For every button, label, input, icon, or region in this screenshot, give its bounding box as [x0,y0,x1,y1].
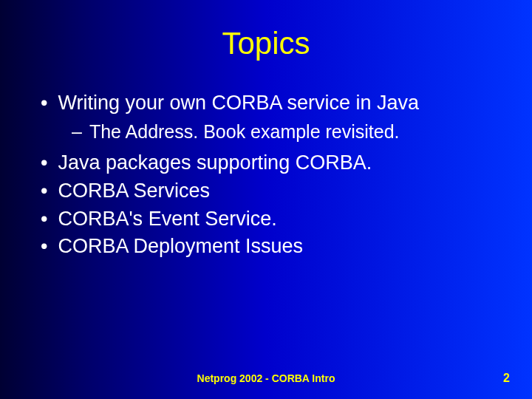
bullet-text: CORBA Deployment Issues [58,234,502,259]
content-area: • Writing your own CORBA service in Java… [0,91,532,259]
sub-bullet-item: – The Address. Book example revisited. [41,120,502,143]
footer-center-text: Netprog 2002 - CORBA Intro [197,372,335,384]
sub-bullet-marker: – [72,120,82,143]
bullet-marker: • [41,207,47,232]
bullet-item: • Java packages supporting CORBA. [41,151,502,176]
bullet-marker: • [41,151,47,176]
bullet-marker: • [41,91,47,116]
sub-bullet-text: The Address. Book example revisited. [89,120,400,143]
bullet-text: Java packages supporting CORBA. [58,151,502,176]
bullet-item: • CORBA's Event Service. [41,207,502,232]
bullet-text: CORBA Services [58,179,502,204]
footer: Netprog 2002 - CORBA Intro 2 [0,372,532,384]
bullet-text: CORBA's Event Service. [58,207,502,232]
bullet-text: Writing your own CORBA service in Java [58,91,502,116]
slide-title: Topics [0,0,532,91]
bullet-item: • CORBA Deployment Issues [41,234,502,259]
bullet-item: • Writing your own CORBA service in Java [41,91,502,116]
bullet-marker: • [41,179,47,204]
bullet-marker: • [41,234,47,259]
page-number: 2 [503,372,510,385]
bullet-item: • CORBA Services [41,179,502,204]
